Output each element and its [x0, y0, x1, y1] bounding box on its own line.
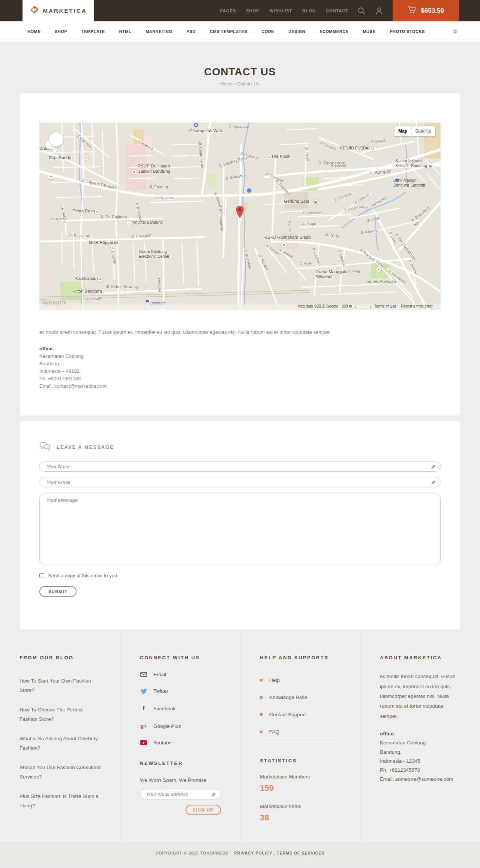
category-nav-link[interactable]: CODE — [261, 29, 274, 34]
category-nav-link[interactable]: PHOTO STOCKS — [390, 29, 425, 34]
account-icon[interactable] — [375, 0, 383, 21]
chevron-down-icon[interactable] — [453, 29, 458, 34]
map-label: Istana Bandung Electronic Center — [139, 249, 170, 258]
category-nav-link[interactable]: SHOP — [55, 29, 67, 34]
about-heading: ABOUT MARKETICA — [380, 655, 462, 660]
map-label: RSKB Halmahera Siaga — [264, 235, 310, 240]
cart-button[interactable]: $653.50 — [393, 0, 459, 21]
top-nav-link[interactable]: WISHLIST — [270, 9, 292, 13]
pencil-icon: ✎ — [431, 464, 436, 471]
pan-left-arrow[interactable] — [51, 138, 54, 141]
message-field-wrap — [39, 493, 441, 567]
copyright-links[interactable]: PRIVACY POLICY . TERMS OF SERVICES — [234, 851, 324, 855]
map-type-map-button[interactable]: Map — [394, 126, 411, 136]
pan-down-arrow[interactable] — [55, 141, 58, 144]
category-nav-link[interactable]: MARKETING — [146, 29, 172, 34]
office-line: Indonesia – 49182 — [39, 368, 441, 375]
category-nav-link[interactable]: ECOMMERCE — [320, 29, 348, 34]
map-marker-pin[interactable] — [236, 206, 244, 220]
blog-post-link[interactable]: Should You Use Fashion Consultant Servic… — [20, 758, 102, 787]
search-icon[interactable] — [357, 0, 366, 21]
breadcrumb: Home›Contact Us — [0, 81, 480, 87]
category-nav-link[interactable]: DESIGN — [288, 29, 305, 34]
square-bullet-icon — [260, 731, 262, 733]
square-bullet-icon — [260, 713, 262, 716]
map-poi-icon: ▤ — [428, 164, 433, 169]
email-input[interactable] — [39, 477, 441, 487]
connect-youtube-link[interactable]: Youtube — [140, 740, 222, 745]
logo[interactable]: MARKETICA — [22, 0, 94, 21]
blog-post-link[interactable]: How To Start Your Own Fashion Store? — [20, 672, 102, 700]
page-title: CONTACT US — [0, 66, 480, 78]
connect-label: Facebook — [153, 706, 176, 711]
map-label: Cihampelas Walk — [189, 128, 223, 134]
map-label: The Kiosk — [271, 154, 290, 159]
message-textarea[interactable] — [39, 493, 441, 565]
category-nav-link[interactable]: MUSE — [363, 29, 375, 34]
help-link[interactable]: FAQ — [260, 723, 342, 741]
connect-label: Email — [153, 672, 166, 677]
help-link[interactable]: Knowladge Base — [260, 689, 342, 706]
map-label: Jl. Pajajaran — [69, 233, 90, 238]
send-copy-label: Send a copy of this email to you — [48, 573, 117, 578]
connect-email-link[interactable]: Email — [140, 672, 222, 677]
google-logo[interactable]: Google — [42, 299, 67, 307]
email-field-wrap: ✎ — [39, 477, 441, 487]
map-poi-icon: ☾ — [372, 146, 376, 151]
blog-post-link[interactable]: What is So Alluring About Celebrity Fash… — [20, 729, 102, 758]
submit-button[interactable]: SUBMIT — [39, 586, 76, 597]
connect-twitter-link[interactable]: Twitter — [140, 688, 222, 694]
send-copy-checkbox[interactable] — [39, 573, 44, 578]
newsletter-email-input[interactable] — [140, 789, 221, 799]
help-link[interactable]: Contact Support — [260, 706, 342, 723]
breadcrumb-home[interactable]: Home — [220, 81, 232, 87]
category-nav-link[interactable]: CMS TEMPLATES — [210, 29, 247, 34]
pan-right-arrow[interactable] — [58, 138, 61, 141]
footer-about-column: ABOUT MARKETICA ec mollis lorem consequa… — [360, 629, 480, 841]
chat-bubbles-icon — [39, 442, 51, 452]
top-nav-link[interactable]: PAGES — [220, 9, 236, 13]
top-nav-link[interactable]: BLOG — [302, 9, 316, 13]
name-field-wrap: ✎ — [39, 461, 441, 472]
map-type-satellite-button[interactable]: Satellite — [411, 126, 435, 136]
terms-of-use-link[interactable]: Terms of Use — [374, 304, 396, 308]
category-nav-link[interactable]: HTML — [119, 29, 132, 34]
google-map[interactable]: Cihampelas WalkJl. HasanudinAstonRaja Su… — [39, 123, 441, 310]
connect-googleplus-link[interactable]: g+ Google Plus — [140, 723, 222, 729]
map-label: Hilton Bandung — [72, 289, 102, 294]
map-poi-icon: ⌂ — [126, 221, 131, 226]
category-nav: HOMESHOPTEMPLATEHTMLMARKETINGPSDCMS TEMP… — [0, 21, 480, 42]
map-label: Gedung Sate — [284, 199, 309, 204]
category-nav-link[interactable]: HOME — [27, 29, 40, 34]
name-input[interactable] — [39, 461, 441, 472]
report-map-error-link[interactable]: Report a map error — [401, 304, 432, 308]
map-poi-icon: ▤ — [313, 200, 318, 205]
zoom-in-button[interactable]: + — [48, 174, 54, 179]
map-label: Jl. Hasanudin — [229, 124, 250, 128]
statistics-heading: STATISTICS — [260, 758, 342, 763]
blog-post-link[interactable]: Plus Size Fashion: Is There Such a Thing… — [20, 787, 102, 816]
pan-up-arrow[interactable] — [55, 134, 58, 137]
help-label: Help — [269, 677, 280, 683]
category-nav-link[interactable]: PSD — [186, 29, 195, 34]
map-label: Novotel Bandung — [132, 220, 163, 225]
map-poi-icon: Ψ — [98, 277, 103, 282]
office-label: office: — [39, 345, 441, 353]
map-pan-control[interactable] — [49, 132, 63, 146]
signup-button[interactable]: SIGN UP — [186, 805, 221, 815]
top-nav-link[interactable]: SHOP — [246, 9, 260, 13]
youtube-icon — [140, 740, 147, 745]
category-nav-links: HOMESHOPTEMPLATEHTMLMARKETINGPSDCMS TEMP… — [27, 29, 425, 34]
header: MARKETICA PAGESSHOPWISHLISTBLOGCONTACT $… — [0, 0, 480, 21]
connect-label: Twitter — [153, 688, 168, 694]
blog-post-link[interactable]: How To Choose The Perfect Fashion Store? — [20, 700, 102, 729]
category-nav-link[interactable]: TEMPLATE — [81, 29, 105, 34]
map-label: Jl. Bondol — [330, 164, 346, 168]
help-label: Contact Support — [269, 712, 306, 717]
map-type-control: Map Satellite — [394, 126, 435, 136]
connect-facebook-link[interactable]: f Facebook — [140, 705, 222, 712]
help-link[interactable]: Help — [260, 672, 342, 689]
map-label: Kartika Sari — [75, 276, 98, 281]
office-line: Bandung. — [380, 748, 462, 757]
top-nav-link[interactable]: CONTACT — [326, 9, 348, 13]
